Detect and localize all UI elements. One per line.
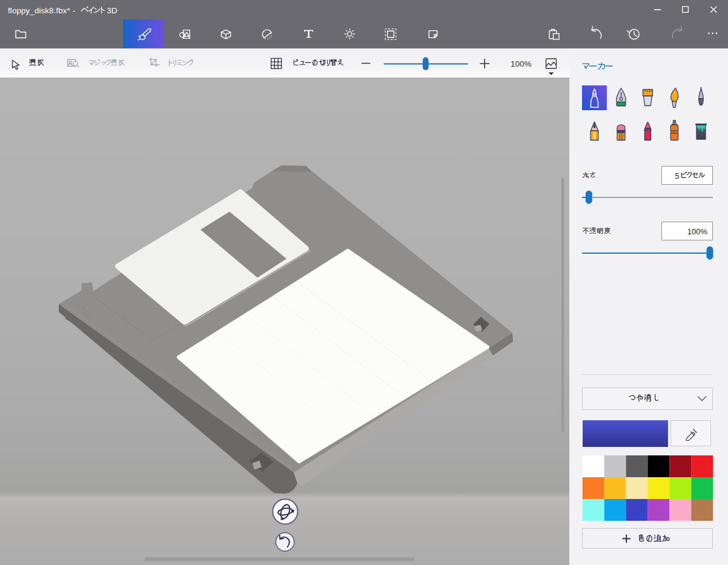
svg-text:floppy_disk8.fbx* -: floppy_disk8.fbx* - — [8, 6, 75, 15]
svg-text:5: 5 — [675, 172, 680, 180]
svg-text:100%: 100% — [511, 59, 532, 68]
svg-text:100%: 100% — [687, 227, 708, 236]
svg-text:3D: 3D — [107, 6, 117, 15]
